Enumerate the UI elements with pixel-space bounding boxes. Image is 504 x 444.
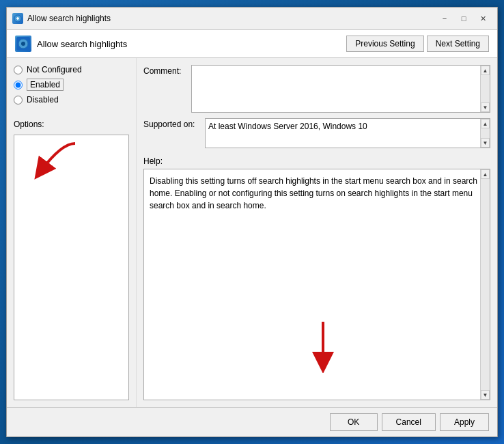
- comment-row: Comment: ▲ ▼: [143, 65, 490, 113]
- supported-scroll-up[interactable]: ▲: [481, 119, 490, 128]
- help-label: Help:: [143, 156, 490, 166]
- help-text: Disabling this setting turns off search …: [150, 176, 477, 210]
- dialog-icon: [12, 13, 23, 24]
- lower-section: Help: Disabling this setting turns off s…: [143, 156, 490, 400]
- cancel-button[interactable]: Cancel: [382, 413, 436, 431]
- scroll-up-arrow[interactable]: ▲: [481, 66, 490, 75]
- comment-scrollbar[interactable]: ▲ ▼: [480, 66, 490, 112]
- help-panel: Help: Disabling this setting turns off s…: [143, 156, 490, 400]
- main-dialog: Allow search highlights − □ ✕ Allow sear…: [6, 7, 498, 437]
- help-scroll-up[interactable]: ▲: [481, 169, 490, 179]
- enabled-radio-item[interactable]: Enabled: [14, 79, 129, 91]
- next-setting-button[interactable]: Next Setting: [427, 36, 489, 52]
- left-panel: Not Configured Enabled Disabled Options:: [7, 58, 137, 407]
- apply-button[interactable]: Apply: [440, 413, 489, 431]
- comment-box[interactable]: ▲ ▼: [191, 65, 490, 113]
- enabled-radio[interactable]: [14, 81, 23, 89]
- help-box: Disabling this setting turns off search …: [143, 169, 490, 400]
- help-scroll-down[interactable]: ▼: [481, 390, 490, 400]
- supported-row: Supported on: At least Windows Server 20…: [143, 118, 490, 148]
- help-scroll-track: [481, 179, 490, 390]
- ok-button[interactable]: OK: [330, 413, 378, 431]
- scroll-track: [481, 75, 490, 102]
- not-configured-radio-item[interactable]: Not Configured: [14, 65, 129, 74]
- scroll-down-arrow[interactable]: ▼: [481, 102, 490, 112]
- disabled-label: Disabled: [27, 95, 59, 105]
- dialog-header-left: Allow search highlights: [15, 36, 127, 52]
- previous-setting-button[interactable]: Previous Setting: [346, 36, 423, 52]
- help-scrollbar[interactable]: ▲ ▼: [480, 169, 490, 400]
- options-box: [14, 135, 129, 400]
- comment-label: Comment:: [143, 65, 184, 113]
- minimize-button[interactable]: −: [436, 12, 453, 25]
- title-bar-controls: − □ ✕: [436, 12, 492, 25]
- title-bar-left: Allow search highlights: [12, 13, 111, 24]
- title-bar: Allow search highlights − □ ✕: [7, 8, 497, 30]
- options-label: Options:: [14, 120, 129, 129]
- supported-text: At least Windows Server 2016, Windows 10: [208, 122, 367, 131]
- right-panel: Comment: ▲ ▼ Supported on: At least Wind…: [137, 58, 497, 407]
- dialog-content: Not Configured Enabled Disabled Options:…: [7, 58, 497, 407]
- close-button[interactable]: ✕: [474, 12, 492, 25]
- disabled-radio[interactable]: [14, 96, 23, 105]
- supported-scrollbar[interactable]: ▲ ▼: [480, 119, 490, 148]
- supported-scroll-down[interactable]: ▼: [481, 138, 490, 148]
- supported-scroll-track: [481, 128, 490, 138]
- not-configured-radio[interactable]: [14, 66, 23, 74]
- header-icon: [15, 36, 31, 52]
- nav-buttons: Previous Setting Next Setting: [346, 36, 489, 52]
- window-title: Allow search highlights: [27, 14, 111, 23]
- svg-point-3: [21, 42, 25, 46]
- supported-box: At least Windows Server 2016, Windows 10…: [205, 118, 490, 148]
- dialog-header: Allow search highlights Previous Setting…: [7, 30, 497, 58]
- disabled-radio-item[interactable]: Disabled: [14, 95, 129, 105]
- header-title: Allow search highlights: [37, 39, 127, 49]
- not-configured-label: Not Configured: [27, 65, 82, 74]
- maximize-button[interactable]: □: [455, 12, 473, 25]
- dialog-footer: OK Cancel Apply: [7, 407, 497, 436]
- enabled-label: Enabled: [27, 79, 64, 91]
- radio-group: Not Configured Enabled Disabled: [14, 65, 129, 105]
- supported-label: Supported on:: [143, 118, 198, 129]
